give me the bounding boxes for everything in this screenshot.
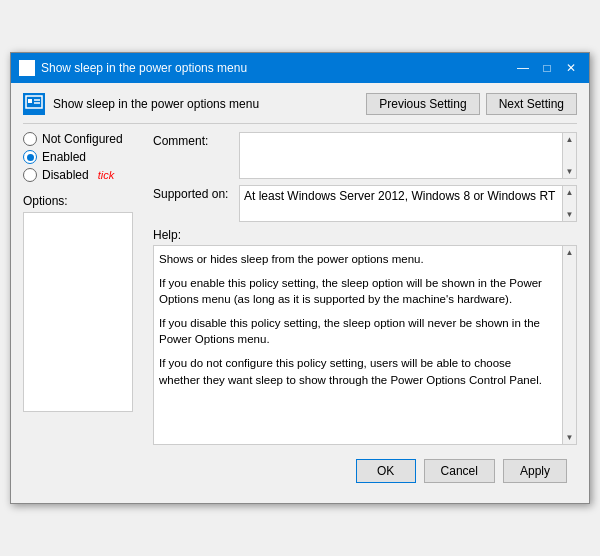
tick-annotation: tick — [98, 169, 115, 181]
help-scroll-up-icon: ▲ — [564, 246, 576, 259]
title-bar-left: Show sleep in the power options menu — [19, 60, 247, 76]
comment-inner[interactable] — [240, 133, 576, 178]
help-label: Help: — [153, 228, 577, 242]
help-para-3: If you disable this policy setting, the … — [159, 315, 555, 347]
ok-button[interactable]: OK — [356, 459, 416, 483]
radio-label-enabled: Enabled — [42, 150, 86, 164]
next-setting-button[interactable]: Next Setting — [486, 93, 577, 115]
supported-row: Supported on: At least Windows Server 20… — [153, 185, 577, 222]
comment-label: Comment: — [153, 132, 233, 148]
radio-enabled[interactable]: Enabled — [23, 150, 143, 164]
radio-label-disabled: Disabled — [42, 168, 89, 182]
scroll-down-icon: ▼ — [564, 165, 576, 178]
radio-label-not-configured: Not Configured — [42, 132, 123, 146]
content-area: Show sleep in the power options menu Pre… — [11, 83, 589, 503]
radio-group: Not Configured Enabled Disabled tick — [23, 132, 143, 182]
svg-rect-1 — [23, 65, 26, 68]
header-left: Show sleep in the power options menu — [23, 93, 259, 115]
header-buttons: Previous Setting Next Setting — [366, 93, 577, 115]
scroll-down-icon2: ▼ — [564, 208, 576, 221]
main-body: Not Configured Enabled Disabled tick Opt… — [23, 132, 577, 445]
help-para-4: If you do not configure this policy sett… — [159, 355, 555, 387]
close-button[interactable]: ✕ — [561, 58, 581, 78]
supported-label: Supported on: — [153, 185, 233, 201]
title-bar: Show sleep in the power options menu — □… — [11, 53, 589, 83]
title-controls: — □ ✕ — [513, 58, 581, 78]
left-panel: Not Configured Enabled Disabled tick Opt… — [23, 132, 143, 445]
maximize-button[interactable]: □ — [537, 58, 557, 78]
options-box — [23, 212, 133, 412]
radio-not-configured[interactable]: Not Configured — [23, 132, 143, 146]
help-scrollbar[interactable]: ▲ ▼ — [562, 246, 576, 444]
radio-circle-disabled — [23, 168, 37, 182]
policy-icon — [23, 93, 45, 115]
apply-button[interactable]: Apply — [503, 459, 567, 483]
radio-circle-not-configured — [23, 132, 37, 146]
header-section: Show sleep in the power options menu Pre… — [23, 93, 577, 124]
right-panel: Comment: ▲ ▼ Supported on: At least Wind… — [153, 132, 577, 445]
footer: OK Cancel Apply — [23, 451, 577, 493]
help-para-2: If you enable this policy setting, the s… — [159, 275, 555, 307]
comment-scrollbar[interactable]: ▲ ▼ — [562, 133, 576, 178]
help-box: Shows or hides sleep from the power opti… — [153, 245, 577, 445]
previous-setting-button[interactable]: Previous Setting — [366, 93, 479, 115]
main-window: Show sleep in the power options menu — □… — [10, 52, 590, 504]
cancel-button[interactable]: Cancel — [424, 459, 495, 483]
window-title: Show sleep in the power options menu — [41, 61, 247, 75]
comment-row: Comment: ▲ ▼ — [153, 132, 577, 179]
scroll-up-icon2: ▲ — [564, 186, 576, 199]
radio-circle-enabled — [23, 150, 37, 164]
svg-rect-3 — [28, 99, 32, 103]
minimize-button[interactable]: — — [513, 58, 533, 78]
help-scroll-down-icon: ▼ — [564, 431, 576, 444]
options-label: Options: — [23, 194, 143, 208]
scroll-up-icon: ▲ — [564, 133, 576, 146]
policy-title: Show sleep in the power options menu — [53, 97, 259, 111]
window-icon — [19, 60, 35, 76]
svg-rect-0 — [21, 62, 33, 71]
help-content: Shows or hides sleep from the power opti… — [159, 251, 571, 388]
supported-scrollbar[interactable]: ▲ ▼ — [562, 186, 576, 221]
help-para-1: Shows or hides sleep from the power opti… — [159, 251, 555, 267]
comment-box: ▲ ▼ — [239, 132, 577, 179]
radio-disabled[interactable]: Disabled tick — [23, 168, 143, 182]
supported-box: At least Windows Server 2012, Windows 8 … — [239, 185, 577, 222]
supported-value: At least Windows Server 2012, Windows 8 … — [240, 186, 576, 221]
